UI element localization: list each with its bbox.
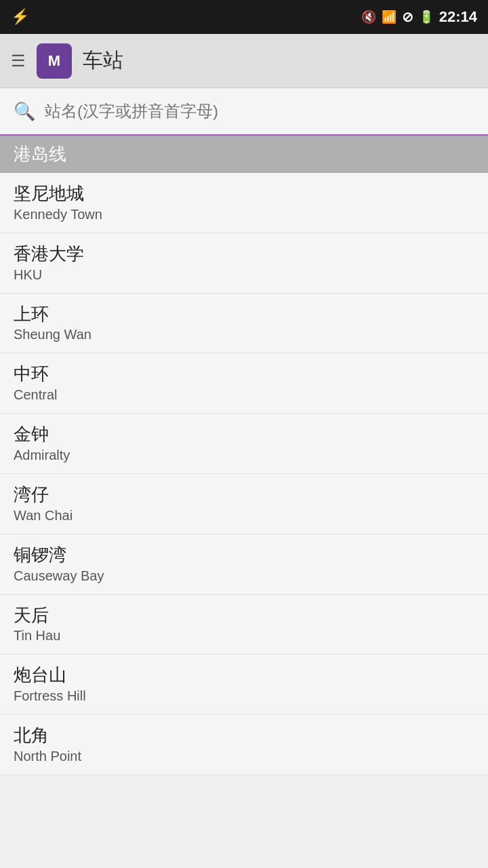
station-english-name: Admiralty	[14, 446, 474, 464]
hamburger-icon[interactable]: ☰	[11, 52, 26, 71]
list-item[interactable]: 铜锣湾Causeway Bay	[0, 534, 488, 595]
status-bar: ⚡ 🔇 📶 ⊘ 🔋 22:14	[0, 0, 488, 34]
station-chinese-name: 中环	[14, 363, 474, 386]
app-logo-text: M	[48, 52, 60, 70]
list-item[interactable]: 炮台山Fortress Hill	[0, 654, 488, 715]
mute-icon: 🔇	[361, 9, 376, 24]
station-chinese-name: 炮台山	[14, 664, 474, 687]
wifi-icon: 📶	[382, 9, 396, 24]
station-chinese-name: 铜锣湾	[14, 544, 474, 567]
station-english-name: North Point	[14, 747, 474, 765]
list-item[interactable]: 香港大学HKU	[0, 233, 488, 294]
status-left-icons: ⚡	[11, 8, 29, 26]
app-logo: M	[37, 43, 72, 79]
section-header: 港岛线	[0, 136, 488, 173]
list-item[interactable]: 金钟Admiralty	[0, 414, 488, 474]
station-chinese-name: 坚尼地城	[14, 182, 474, 205]
station-chinese-name: 金钟	[14, 423, 474, 446]
list-item[interactable]: 中环Central	[0, 353, 488, 414]
station-english-name: HKU	[14, 266, 474, 283]
usb-icon: ⚡	[11, 8, 29, 26]
search-bar: 🔍	[0, 88, 488, 136]
battery-icon: 🔋	[419, 9, 434, 24]
search-icon: 🔍	[14, 101, 35, 122]
status-time: 22:14	[439, 8, 477, 26]
status-right-icons: 🔇 📶 ⊘ 🔋 22:14	[361, 8, 477, 26]
station-chinese-name: 香港大学	[14, 243, 474, 266]
station-chinese-name: 湾仔	[14, 484, 474, 507]
station-english-name: Tin Hau	[14, 627, 474, 644]
list-item[interactable]: 北角North Point	[0, 715, 488, 775]
list-item[interactable]: 上环Sheung Wan	[0, 294, 488, 354]
nosim-icon: ⊘	[402, 9, 413, 25]
station-english-name: Central	[14, 386, 474, 403]
station-english-name: Kennedy Town	[14, 205, 474, 223]
station-english-name: Wan Chai	[14, 507, 474, 524]
search-input[interactable]	[45, 102, 474, 121]
app-bar: ☰ M 车站	[0, 34, 488, 88]
station-chinese-name: 上环	[14, 303, 474, 326]
station-chinese-name: 北角	[14, 724, 474, 747]
list-item[interactable]: 坚尼地城Kennedy Town	[0, 173, 488, 233]
app-title: 车站	[83, 47, 123, 75]
station-english-name: Fortress Hill	[14, 687, 474, 705]
station-chinese-name: 天后	[14, 604, 474, 627]
section-header-label: 港岛线	[14, 144, 66, 164]
station-english-name: Causeway Bay	[14, 567, 474, 585]
list-item[interactable]: 天后Tin Hau	[0, 595, 488, 655]
station-english-name: Sheung Wan	[14, 326, 474, 343]
list-item[interactable]: 湾仔Wan Chai	[0, 474, 488, 534]
station-list: 坚尼地城Kennedy Town香港大学HKU上环Sheung Wan中环Cen…	[0, 173, 488, 775]
